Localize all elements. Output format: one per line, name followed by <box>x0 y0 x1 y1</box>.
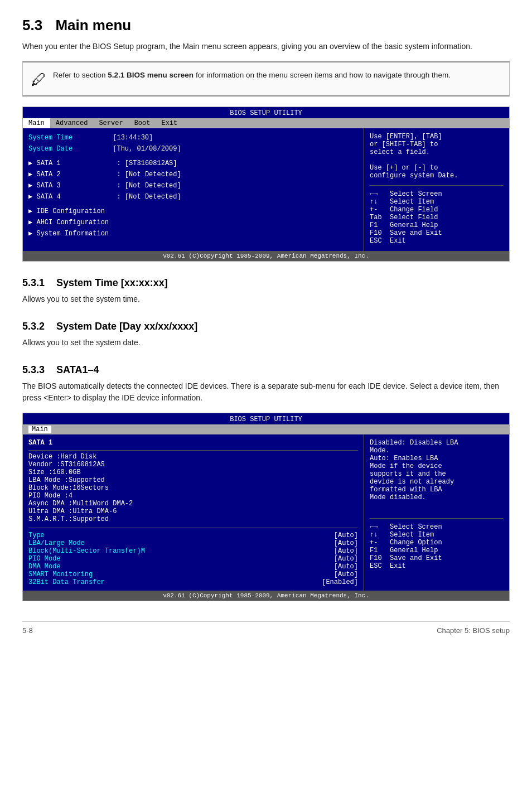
bios2-config-32bit: 32Bit Data Transfer[Enabled] <box>28 578 358 586</box>
bios-nav-line3: +- Change Field <box>370 206 504 214</box>
bios-row-sata1: ▶ SATA 1 : [ST3160812AS] <box>28 158 358 168</box>
bios-left-panel: System Time [13:44:30] System Date [Thu,… <box>23 128 364 251</box>
bios-row-sata2: ▶ SATA 2 : [Not Detected] <box>28 170 358 180</box>
bios-row-sata3: ▶ SATA 3 : [Not Detected] <box>28 181 358 191</box>
page-number: 5-8 <box>22 626 33 635</box>
bios2-help-line1: Disabled: Disables LBA <box>370 439 504 447</box>
bios-help-line1: Use [ENTER], [TAB] <box>370 133 504 141</box>
bios-row-system-time: System Time [13:44:30] <box>28 133 358 143</box>
bios2-device-row7: Async DMA :MultiWord DMA-2 <box>28 500 358 508</box>
sub-section-531: 5.3.1 System Time [xx:xx:xx] <box>22 277 510 289</box>
bios2-nav-line2: ↑↓ Select Item <box>370 531 504 539</box>
bios-screen-sata: BIOS SETUP UTILITY Main SATA 1 Device :H… <box>22 413 510 601</box>
bios-title-bar: BIOS SETUP UTILITY <box>23 107 509 118</box>
bios-nav-line2: ↑↓ Select Item <box>370 198 504 206</box>
bios2-nav-line4: F1 General Help <box>370 547 504 554</box>
bios-nav-line5: F1 General Help <box>370 221 504 229</box>
bios2-config-lba: LBA/Large Mode[Auto] <box>28 539 358 547</box>
page-footer: 5-8 Chapter 5: BIOS setup <box>22 621 510 635</box>
bios2-config-type: Type[Auto] <box>28 532 358 539</box>
bios2-help-line7: formatted with LBA <box>370 486 504 494</box>
bios-right-panel: Use [ENTER], [TAB] or [SHIFT-TAB] to sel… <box>364 128 509 251</box>
note-box: 🖊 Refer to section 5.2.1 BIOS menu scree… <box>22 61 510 96</box>
sub-desc-532: Allows you to set the system date. <box>22 337 510 349</box>
bios2-body: SATA 1 Device :Hard Disk Vendor :ST31608… <box>23 434 509 591</box>
bios2-help-line2: Mode. <box>370 447 504 455</box>
bios2-help-line3: Auto: Enables LBA <box>370 455 504 462</box>
sub-desc-531: Allows you to set the system time. <box>22 293 510 305</box>
bios-help-line5: configure system Date. <box>370 172 504 180</box>
bios2-help-line8: Mode disabled. <box>370 494 504 501</box>
sub-section-533: 5.3.3 SATA1–4 <box>22 364 510 376</box>
bios2-left-panel: SATA 1 Device :Hard Disk Vendor :ST31608… <box>23 434 364 591</box>
bios-nav-line1: ←→ Select Screen <box>370 190 504 198</box>
note-icon: 🖊 <box>31 70 46 89</box>
bios2-config-smart: SMART Monitoring[Auto] <box>28 571 358 578</box>
bios2-nav-line1: ←→ Select Screen <box>370 523 504 531</box>
bios2-device-row9: S.M.A.R.T.:Supported <box>28 515 358 523</box>
bios-row-sys-info: ▶ System Information <box>28 229 358 239</box>
bios2-help-line5: supports it and the <box>370 470 504 478</box>
bios2-device-row6: PIO Mode :4 <box>28 492 358 500</box>
bios2-nav-line5: F10 Save and Exit <box>370 554 504 562</box>
bios2-device-row1: Device :Hard Disk <box>28 453 358 461</box>
bios2-config-pio: PIO Mode[Auto] <box>28 555 358 563</box>
bios-row-ahci-config: ▶ AHCI Configuration <box>28 218 358 228</box>
bios-body: System Time [13:44:30] System Date [Thu,… <box>23 128 509 251</box>
bios2-nav-line3: +- Change Option <box>370 539 504 547</box>
bios2-config-dma: DMA Mode[Auto] <box>28 563 358 571</box>
bios-help-line2: or [SHIFT-TAB] to <box>370 141 504 148</box>
bios-footer: v02.61 (C)Copyright 1985-2009, American … <box>23 251 509 261</box>
bios-nav-line6: F10 Save and Exit <box>370 229 504 237</box>
bios2-menu-main[interactable]: Main <box>28 426 51 433</box>
bios-nav-line4: Tab Select Field <box>370 214 504 221</box>
bios2-device-row3: Size :160.0GB <box>28 468 358 476</box>
bios2-title-bar: BIOS SETUP UTILITY <box>23 413 509 424</box>
bios-menu-boot[interactable]: Boot <box>129 118 156 128</box>
note-text: Refer to section 5.2.1 BIOS menu screen … <box>53 69 451 81</box>
sub-desc-533: The BIOS automatically detects the conne… <box>22 380 510 404</box>
bios-menu-main[interactable]: Main <box>23 118 50 128</box>
sub-section-532: 5.3.2 System Date [Day xx/xx/xxxx] <box>22 321 510 332</box>
bios-help-line4: Use [+] or [-] to <box>370 164 504 172</box>
main-section-title: 5.3 Main menu <box>22 17 510 34</box>
bios-nav-line7: ESC Exit <box>370 237 504 245</box>
bios2-footer: v02.61 (C)Copyright 1985-2009, American … <box>23 591 509 601</box>
bios-row-ide-config: ▶ IDE Configuration <box>28 206 358 216</box>
bios-screen-main: BIOS SETUP UTILITY Main Advanced Server … <box>22 107 510 262</box>
bios-menu-bar: Main Advanced Server Boot Exit <box>23 118 509 128</box>
bios-menu-advanced[interactable]: Advanced <box>50 118 94 128</box>
bios2-right-panel: Disabled: Disables LBA Mode. Auto: Enabl… <box>364 434 509 591</box>
bios-menu-exit[interactable]: Exit <box>156 118 183 128</box>
bios2-device-row8: Ultra DMA :Ultra DMA-6 <box>28 508 358 515</box>
bios2-help-line6: devide is not already <box>370 478 504 486</box>
bios-row-system-date: System Date [Thu, 01/08/2009] <box>28 144 358 154</box>
bios2-device-row4: LBA Mode :Supported <box>28 476 358 484</box>
bios2-device-row2: Vendor :ST3160812AS <box>28 461 358 468</box>
bios2-config-block: Block(Multi-Sector Transfer)M[Auto] <box>28 547 358 555</box>
bios2-help-line4: Mode if the device <box>370 462 504 470</box>
chapter-label: Chapter 5: BIOS setup <box>437 626 510 635</box>
bios2-menu-bar: Main <box>23 424 509 434</box>
bios2-sata-header: SATA 1 <box>28 439 358 447</box>
bios-row-sata4: ▶ SATA 4 : [Not Detected] <box>28 192 358 202</box>
bios-help-line3: select a field. <box>370 148 504 156</box>
bios2-nav-line6: ESC Exit <box>370 562 504 570</box>
bios2-device-row5: Block Mode:16Sectors <box>28 484 358 492</box>
intro-text: When you enter the BIOS Setup program, t… <box>22 41 510 52</box>
bios-menu-server[interactable]: Server <box>93 118 128 128</box>
